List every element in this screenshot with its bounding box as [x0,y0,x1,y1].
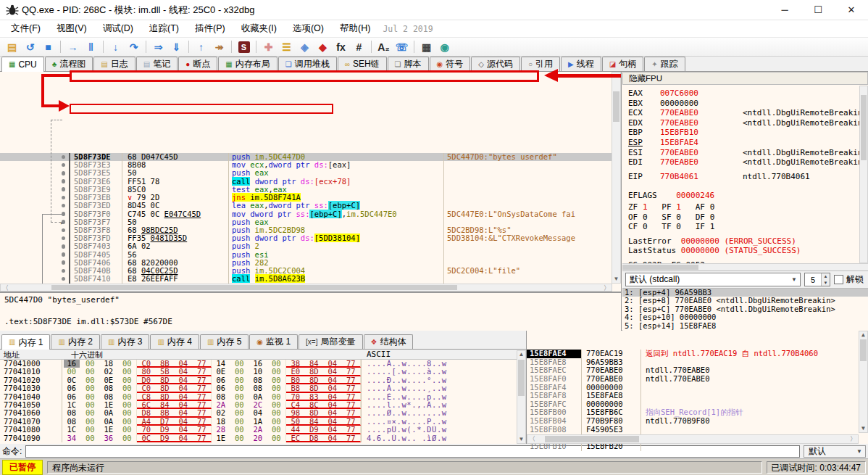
stack-row[interactable]: 15E8FAEC770EABE0ntdll.770EABE0 [527,366,868,375]
functions-icon[interactable]: fx [332,39,350,55]
tab-内存-4[interactable]: ▥内存 4 [150,334,199,349]
stop-icon[interactable]: ■ [39,39,57,55]
ascii-table-icon[interactable]: A₂ [375,39,393,55]
calling-convention-select[interactable]: 默认 (stdcall)▼ [625,273,801,286]
argument-row[interactable]: 5: [esp+14] 15E8FAE8 [622,322,868,330]
tab-脚本[interactable]: ❏脚本 [388,57,429,71]
tab-源代码[interactable]: ◇源代码 [471,57,520,71]
hide-fpu-button[interactable]: 隐藏FPU [622,72,868,85]
internet-icon[interactable]: ◉ [435,39,454,55]
disasm-vertical-scrollbar[interactable]: ▲▼ [612,72,621,284]
menu-视图V[interactable]: 视图(V) [49,20,95,37]
calculator-icon[interactable]: ▦ [417,39,435,55]
dump-vertical-scrollbar[interactable]: ▲▼ [517,350,526,444]
register-line[interactable]: ESI770EABE0<ntdll.DbgUiRemoteBreakin> [628,148,868,158]
stack-row[interactable]: 15E8FB08F45905E3 [527,426,868,434]
tab-句柄[interactable]: ◪句柄 [602,57,643,71]
disasm-horizontal-scrollbar[interactable]: 〈〉 [0,284,612,292]
stack-row[interactable]: 15E8FB04770B9F80ntdll.770B9F80 [527,417,868,426]
memory-row[interactable]: 7704101000000200805B04770E001000E08D0477… [0,368,526,376]
minimize-button[interactable]: ─ [768,0,801,20]
menu-选项O[interactable]: 选项(O) [285,20,332,37]
tab-内存-3[interactable]: ▥内存 3 [101,334,149,349]
step-into-source-icon[interactable]: ⇓ [167,39,185,55]
memory-row[interactable]: 7704106008000A00D88B047702000400988D0477… [0,409,526,417]
step-over-icon[interactable]: ↷ [125,39,143,55]
tab-断点[interactable]: ●断点 [178,57,217,71]
labels-icon[interactable]: ◈ [296,39,314,55]
register-line[interactable]: EIP770B4061ntdll.770B4061 [628,172,868,182]
memory-row[interactable]: 770410501C001E006C8404772A002C00C48C0477… [0,401,526,409]
stack-row[interactable]: 15E8FAF0770EABE0ntdll.770EABE0 [527,375,868,384]
run-to-user-code-icon[interactable]: ↠ [210,39,228,55]
close-button[interactable]: ✕ [835,0,868,20]
memory-row[interactable]: 770410801C001E0070D9047728002A0044D90477… [0,426,526,434]
stack-row[interactable]: 15E8FB0015E8FB6C指向SEH_Record[1]的指针 [527,408,868,417]
restart-icon[interactable]: ↺ [21,39,39,55]
tab-笔记[interactable]: ▤笔记 [136,57,178,71]
register-line[interactable]: EBP15E8FB10 [628,128,868,138]
tab-局部变量[interactable]: [x=]局部变量 [299,334,362,349]
tab-线程[interactable]: ▶线程 [561,57,601,71]
stack-row[interactable]: 15E8FAE896A59BB3 [527,358,868,367]
step-into-icon[interactable]: ↓ [107,39,125,55]
tab-监视-1[interactable]: ◉监视 1 [249,334,298,349]
register-line[interactable]: EFLAGS 00000246 [628,191,868,201]
unlock-checkbox[interactable] [834,275,843,284]
register-line[interactable]: EBX00000000 [628,99,868,109]
memory-row[interactable]: 77041090340036000CD904771E002000ECD80477… [0,434,526,442]
argument-row[interactable]: 4: [esp+10] 00000000 [622,313,868,321]
stack-horizontal-scrollbar[interactable]: 〈〉 [527,434,859,444]
menu-帮助H[interactable]: 帮助(H) [332,20,378,37]
stack-row[interactable]: 15E8FAE4770EAC19返回到 ntdll.770EAC19 自 ntd… [527,350,868,358]
tab-SEH链[interactable]: ∞SEH链 [338,57,387,71]
bookmarks-icon[interactable]: ◆ [314,39,332,55]
menu-调试D[interactable]: 调试(D) [95,20,141,37]
registers-body[interactable]: EAX007C6000EBX00000000ECX770EABE0<ntdll.… [622,85,868,263]
comments-icon[interactable]: ☰ [277,39,296,55]
menu-插件P[interactable]: 插件(P) [187,20,233,37]
register-line[interactable]: EDX770EABE0<ntdll.DbgUiRemoteBreakin> [628,118,868,128]
register-line[interactable]: ZF 1 PF 1 AF 0 [628,202,868,212]
memory-row[interactable]: 7704107008000A00A4D7047718001A0050840477… [0,418,526,426]
stack-row[interactable]: 15E8FAFC00000000 [527,400,868,409]
register-line[interactable]: OF 0 SF 0 DF 0 [628,212,868,223]
disasm-row[interactable]: 5D8F7410E8 26EEFAFFcall im.5D8A623B [0,275,612,283]
memory-row[interactable]: 7704100016001800C08B04771400160038840477… [0,360,526,368]
register-line[interactable]: ESP15E8FAE4 [628,138,868,148]
register-line[interactable]: LastStatus 00000000 (STATUS_SUCCESS) [628,246,868,256]
patch-icon[interactable]: ✚ [259,39,277,55]
memory-row[interactable]: 7704103006000800C08D047706000800B88D0477… [0,384,526,392]
registers-horizontal-scrollbar[interactable] [622,263,868,270]
argument-depth-spinner[interactable]: 5 ▲▼ [804,273,830,286]
tab-CPU[interactable]: ▦CPU [1,57,44,72]
menu-收藏夹I[interactable]: 收藏夹(I) [233,20,285,37]
memory-row[interactable]: 770410200C000E00D08D047706000800B08D0477… [0,376,526,384]
stack-row[interactable]: 15E8FAF400000000 [527,384,868,392]
tab-跟踪[interactable]: ✦跟踪 [644,57,685,71]
spinner-down-icon[interactable]: ▼ [822,280,830,286]
tab-结构体[interactable]: ❖结构体 [364,334,414,349]
register-line[interactable]: CF 0 TF 0 IF 1 [628,222,868,232]
spinner-up-icon[interactable]: ▲ [822,273,830,280]
disasm-row[interactable]: 5D8F74036A 02push 2 [0,242,612,250]
open-file-icon[interactable]: ▤ [3,39,21,55]
pause-icon[interactable]: ‖ [82,39,100,55]
register-line[interactable]: EAX007C6000 [628,88,868,99]
memory-row[interactable]: 7704104006000800C88D047708000A0070830477… [0,393,526,401]
modules-icon[interactable]: ☏ [393,39,411,55]
tab-内存-5[interactable]: ▥内存 5 [200,334,249,349]
register-line[interactable]: ECX770EABE0<ntdll.DbgUiRemoteBreakin> [628,108,868,118]
tab-内存-1[interactable]: ▥内存 1 [1,334,50,350]
tab-内存-2[interactable]: ▥内存 2 [51,334,99,349]
system-breakpoint-icon[interactable]: S [235,39,253,55]
tab-流程图[interactable]: ♣流程图 [45,57,93,71]
run-to-cursor-icon[interactable]: ⇒ [149,39,167,55]
ordinals-icon[interactable]: # [350,39,368,55]
menu-文件F[interactable]: 文件(F) [3,20,49,37]
register-line[interactable]: EDI770EABE0<ntdll.DbgUiRemoteBreakin> [628,157,868,168]
stack-row[interactable]: 15E8FAF815E8FAE8 [527,392,868,400]
stack-vertical-scrollbar[interactable]: ▲▼ [859,331,868,433]
tab-符号[interactable]: ◉符号 [430,57,471,71]
step-out-icon[interactable]: ↑ [192,39,210,55]
